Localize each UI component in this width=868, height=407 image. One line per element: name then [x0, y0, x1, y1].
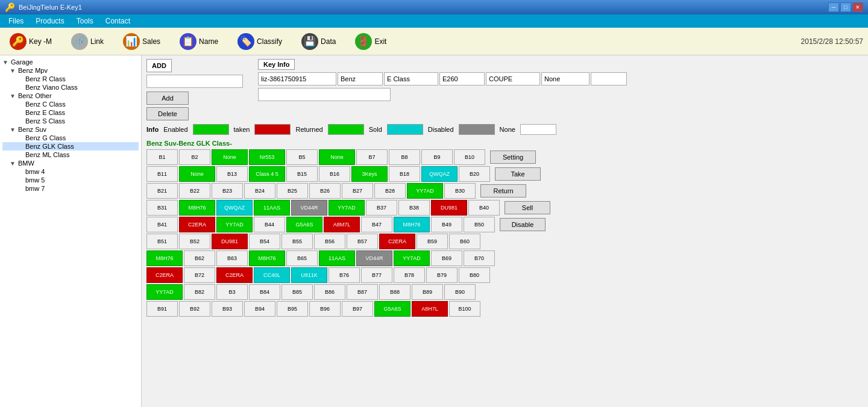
- sidebar-item-benz-g-class[interactable]: Benz G Class: [2, 134, 139, 142]
- key-B23[interactable]: B23: [212, 183, 243, 199]
- key-Nr553[interactable]: Nr553: [249, 149, 285, 165]
- key-B27[interactable]: B27: [342, 183, 373, 199]
- key-class-field[interactable]: [384, 72, 438, 85]
- key-QWQAZ-1[interactable]: QWQAZ: [421, 166, 458, 182]
- key-None-3[interactable]: None: [179, 166, 215, 182]
- key-B89[interactable]: B89: [412, 284, 443, 300]
- key-liz-field[interactable]: [258, 72, 336, 85]
- key-VD44R-1[interactable]: VD44R: [291, 200, 327, 216]
- key-B2[interactable]: B2: [179, 149, 210, 165]
- key-B70[interactable]: B70: [464, 250, 495, 266]
- key-extra-field[interactable]: [591, 72, 627, 85]
- tool-sales[interactable]: 📊 Sales: [118, 31, 165, 52]
- key-YY7AD-5[interactable]: YY7AD: [146, 284, 183, 300]
- key-Class45[interactable]: Class 4 5: [249, 166, 285, 182]
- key-B84[interactable]: B84: [249, 284, 280, 300]
- key-11AAS-1[interactable]: 11AAS: [254, 200, 290, 216]
- key-3Keys[interactable]: 3Keys: [351, 166, 388, 182]
- key-B65[interactable]: B65: [286, 250, 318, 266]
- key-B8[interactable]: B8: [389, 149, 420, 165]
- menu-tools[interactable]: Tools: [71, 16, 99, 26]
- key-B87[interactable]: B87: [347, 284, 378, 300]
- key-B57[interactable]: B57: [347, 234, 378, 249]
- key-B18[interactable]: B18: [389, 166, 420, 182]
- key-model-field[interactable]: [439, 72, 485, 85]
- key-G5A6S-1[interactable]: G5A6S: [286, 217, 322, 232]
- key-11AAS-2[interactable]: 11AAS: [319, 250, 355, 266]
- key-B15[interactable]: B15: [286, 166, 318, 182]
- key-C2ERA-4[interactable]: C2ERA: [216, 267, 253, 283]
- sidebar-item-bmw4[interactable]: bmw 4: [2, 167, 139, 176]
- key-C2ERA-2[interactable]: C2ERA: [379, 234, 415, 249]
- tool-name[interactable]: 📋 Name: [175, 31, 223, 52]
- key-M8H76-cyan[interactable]: M8H76: [394, 217, 430, 232]
- key-B21[interactable]: B21: [146, 183, 178, 199]
- sidebar-item-benz-mpv[interactable]: ▼ Benz Mpv: [2, 66, 139, 75]
- key-B38[interactable]: B38: [398, 200, 430, 216]
- key-B78[interactable]: B78: [394, 267, 425, 283]
- sidebar-item-benz-s-class[interactable]: Benz S Class: [2, 117, 139, 125]
- sidebar-item-benz-e-class[interactable]: Benz E Class: [2, 108, 139, 117]
- key-G5A6S-2[interactable]: G5A6S: [374, 301, 410, 317]
- key-B62[interactable]: B62: [184, 250, 215, 266]
- sidebar-item-bmw5[interactable]: bmw 5: [2, 176, 139, 184]
- key-B80[interactable]: B80: [459, 267, 490, 283]
- key-B90[interactable]: B90: [444, 284, 476, 300]
- tool-classify[interactable]: 🏷️ Classify: [233, 31, 287, 52]
- sidebar-item-benz-viano-class[interactable]: Benz Viano Class: [2, 83, 139, 92]
- key-B86[interactable]: B86: [314, 284, 345, 300]
- key-A8M7L[interactable]: A8M7L: [324, 217, 360, 232]
- key-B55[interactable]: B55: [281, 234, 313, 249]
- key-B95[interactable]: B95: [277, 301, 308, 317]
- key-B9[interactable]: B9: [421, 149, 453, 165]
- key-QWQAZ-2[interactable]: QWQAZ: [216, 200, 253, 216]
- tool-data[interactable]: 💾 Data: [297, 31, 341, 52]
- key-None-1[interactable]: None: [212, 149, 248, 165]
- key-YY7AD-4[interactable]: YY7AD: [394, 250, 430, 266]
- sidebar-item-bmw[interactable]: ▼ BMW: [2, 159, 139, 167]
- key-B40[interactable]: B40: [468, 200, 500, 216]
- key-VD44R-2[interactable]: VD44R: [356, 250, 392, 266]
- key-B37[interactable]: B37: [366, 200, 397, 216]
- key-B85[interactable]: B85: [281, 284, 313, 300]
- key-B13[interactable]: B13: [216, 166, 248, 182]
- key-B60[interactable]: B60: [449, 234, 480, 249]
- key-B69[interactable]: B69: [431, 250, 462, 266]
- key-B11[interactable]: B11: [146, 166, 178, 182]
- key-B41[interactable]: B41: [146, 217, 178, 232]
- sidebar-item-benz-c-class[interactable]: Benz C Class: [2, 100, 139, 108]
- key-DU981-2[interactable]: DU981: [212, 234, 248, 249]
- key-B16[interactable]: B16: [319, 166, 350, 182]
- key-B28[interactable]: B28: [374, 183, 406, 199]
- sidebar-item-benz-glk-class[interactable]: Benz GLK Class: [2, 142, 139, 151]
- key-B54[interactable]: B54: [249, 234, 280, 249]
- key-B30[interactable]: B30: [444, 183, 476, 199]
- menu-contact[interactable]: Contact: [99, 16, 136, 26]
- key-M8H76-1[interactable]: M8H76: [179, 200, 215, 216]
- key-B26[interactable]: B26: [309, 183, 341, 199]
- key-B3[interactable]: B3: [216, 284, 248, 300]
- key-B82[interactable]: B82: [184, 284, 215, 300]
- disable-button[interactable]: Disable: [500, 218, 546, 231]
- return-button[interactable]: Return: [480, 184, 526, 197]
- key-C2ERA-1[interactable]: C2ERA: [179, 217, 215, 232]
- key-DU981-1[interactable]: DU981: [431, 200, 467, 216]
- key-B96[interactable]: B96: [309, 301, 341, 317]
- key-B49[interactable]: B49: [431, 217, 462, 232]
- key-M8H76-3[interactable]: M8H76: [249, 250, 285, 266]
- key-B76[interactable]: B76: [329, 267, 360, 283]
- minimize-button[interactable]: ─: [828, 2, 839, 12]
- tool-exit[interactable]: 🚪 Exit: [350, 31, 391, 52]
- title-bar-controls[interactable]: ─ □ ✕: [828, 2, 863, 12]
- key-M8H76-2[interactable]: M8H76: [146, 250, 183, 266]
- key-U811K[interactable]: U811K: [291, 267, 327, 283]
- key-YY7AD-3[interactable]: YY7AD: [216, 217, 253, 232]
- key-A8H7L[interactable]: A8H7L: [412, 301, 448, 317]
- key-B100[interactable]: B100: [449, 301, 480, 317]
- key-B50[interactable]: B50: [464, 217, 495, 232]
- key-None-2[interactable]: None: [319, 149, 355, 165]
- key-B51[interactable]: B51: [146, 234, 178, 249]
- key-YY7AD-1[interactable]: YY7AD: [407, 183, 443, 199]
- key-B1[interactable]: B1: [146, 149, 178, 165]
- sell-button[interactable]: Sell: [505, 201, 550, 214]
